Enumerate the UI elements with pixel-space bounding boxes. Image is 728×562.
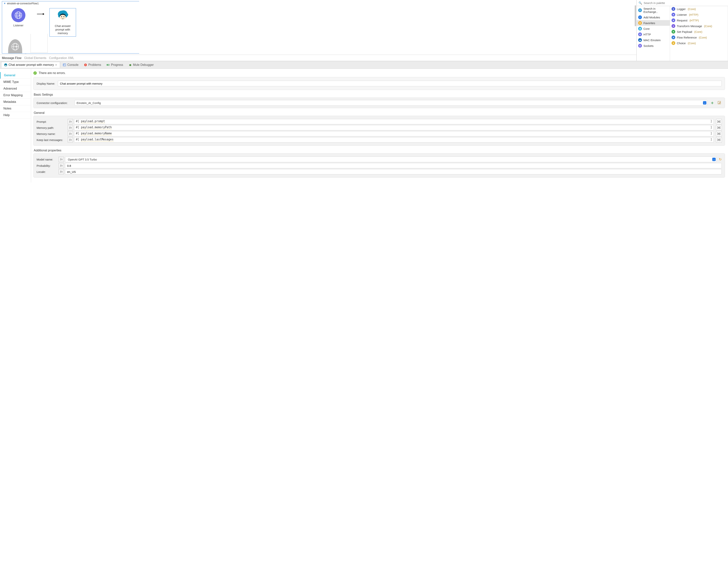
- dataweave-map-button[interactable]: [716, 119, 722, 124]
- props-tab-general[interactable]: General: [0, 72, 31, 79]
- memory-name-input[interactable]: #[ payload.memoryName]: [74, 131, 714, 136]
- svg-point-27: [717, 120, 718, 121]
- dataweave-map-button[interactable]: [716, 137, 722, 142]
- fx-button[interactable]: ƒx: [59, 157, 64, 162]
- component-icon: ●: [672, 18, 675, 22]
- svg-point-49: [720, 139, 720, 140]
- display-name-input[interactable]: [58, 81, 722, 86]
- palette-search-input[interactable]: [644, 1, 726, 5]
- prompt-input[interactable]: #[ payload.prompt]: [74, 119, 714, 124]
- chevron-down-icon: ⌄: [703, 101, 706, 104]
- palette-item-logger[interactable]: ●Logger(Core): [670, 6, 728, 12]
- add-config-button[interactable]: ＋: [710, 101, 715, 105]
- dataweave-map-button[interactable]: [716, 125, 722, 130]
- palette-category-mac-einstein[interactable]: ☁MAC Einstein: [637, 37, 670, 43]
- basic-settings-title: Basic Settings: [34, 93, 725, 96]
- palette-category-http[interactable]: ⊕HTTP: [637, 31, 670, 37]
- svg-point-40: [717, 133, 718, 134]
- dataweave-map-button[interactable]: [716, 131, 722, 136]
- svg-rect-18: [85, 65, 86, 66]
- flow-canvas[interactable]: ▼ einstein-ai-connectorFlow1: [0, 0, 636, 55]
- palette-category-favorites[interactable]: ★Favorites: [637, 20, 670, 26]
- probability-input[interactable]: [65, 163, 722, 168]
- model-name-label: Model name:: [37, 158, 57, 161]
- palette-icon: ♟: [638, 27, 642, 31]
- tab-problems[interactable]: Problems: [81, 62, 104, 68]
- fx-button[interactable]: ƒx: [68, 137, 73, 142]
- palette-category-search-in-exchange-[interactable]: ✕Search in Exchange..: [637, 6, 670, 14]
- component-icon: ●: [672, 30, 675, 34]
- probability-label: Probability:: [37, 164, 57, 167]
- props-tab-help[interactable]: Help: [0, 112, 31, 119]
- svg-point-32: [720, 122, 720, 123]
- svg-point-47: [717, 140, 718, 141]
- general-section-title: General: [34, 111, 725, 115]
- canvas-tab-message-flow[interactable]: Message Flow: [2, 56, 21, 60]
- svg-point-21: [129, 64, 131, 66]
- fx-button[interactable]: ƒx: [68, 125, 73, 130]
- flow-collapse-icon[interactable]: ▼: [4, 2, 6, 5]
- edit-config-button[interactable]: [717, 101, 722, 105]
- svg-point-50: [720, 140, 720, 141]
- memory-path-input[interactable]: #[ payload.memoryPath]: [74, 125, 714, 130]
- fx-button[interactable]: ƒx: [68, 131, 73, 136]
- props-tab-error-mapping[interactable]: Error Mapping: [0, 92, 31, 99]
- canvas-tab-config-xml[interactable]: Configuration XML: [49, 56, 74, 60]
- props-tab-notes[interactable]: Notes: [0, 105, 31, 112]
- connector-config-select[interactable]: Einstein_AI_Config ⌄: [75, 100, 707, 106]
- error-handler-placeholder[interactable]: [31, 34, 48, 53]
- palette-item-choice[interactable]: ●Choice(Core): [670, 40, 728, 46]
- locale-input[interactable]: [65, 169, 722, 174]
- props-tab-metadata[interactable]: Metadata: [0, 99, 31, 105]
- palette-item-flow-reference[interactable]: ●Flow Reference(Core): [670, 35, 728, 40]
- svg-point-46: [717, 139, 718, 140]
- tab-mule-debugger[interactable]: Mule Debugger: [126, 62, 156, 68]
- globe-ghost-icon: [8, 39, 22, 53]
- listener-node[interactable]: Listener: [5, 8, 32, 27]
- palette-icon: ⊛: [638, 44, 642, 48]
- keep-last-messages-input[interactable]: #[ payload.lastMesages]: [74, 137, 714, 142]
- refresh-icon[interactable]: ↻: [719, 157, 722, 161]
- tab-console[interactable]: Console: [60, 62, 81, 68]
- fx-button[interactable]: ƒx: [68, 119, 73, 124]
- warning-icon: [84, 63, 87, 67]
- props-tab-chat[interactable]: Chat answer prompt with memory ✕: [1, 62, 60, 68]
- svg-point-30: [720, 120, 720, 121]
- palette-category-sockets[interactable]: ⊛Sockets: [637, 43, 670, 49]
- additional-title: Additional properties: [34, 149, 725, 152]
- palette-item-set-payload[interactable]: ●Set Payload(Core): [670, 29, 728, 35]
- props-tab-chat-label: Chat answer prompt with memory: [9, 63, 54, 67]
- check-icon: ✓: [33, 71, 37, 75]
- einstein-small-icon: [4, 63, 7, 67]
- chat-node[interactable]: Chat answer prompt with memory: [49, 8, 76, 37]
- return-arrow-icon: ←: [24, 52, 27, 55]
- fx-button[interactable]: ƒx: [59, 169, 64, 174]
- svg-point-7: [64, 16, 64, 17]
- svg-point-44: [720, 134, 720, 135]
- tab-progress[interactable]: Progress: [104, 62, 126, 68]
- props-tab-mime-type[interactable]: MIME Type: [0, 79, 31, 85]
- svg-point-43: [720, 133, 720, 134]
- svg-point-35: [717, 128, 718, 129]
- bug-icon: [129, 63, 132, 67]
- svg-point-29: [717, 122, 718, 123]
- svg-line-25: [131, 65, 131, 66]
- progress-icon: [106, 63, 110, 67]
- canvas-scrollbar[interactable]: [635, 5, 636, 26]
- palette-category-core[interactable]: ♟Core: [637, 26, 670, 31]
- component-icon: ●: [672, 7, 675, 11]
- palette-item-listener[interactable]: ●Listener(HTTP): [670, 12, 728, 17]
- canvas-tab-global-elements[interactable]: Global Elements: [24, 56, 46, 60]
- palette-category-add-modules[interactable]: +Add Modules: [637, 14, 670, 20]
- palette-item-transform-message[interactable]: ●Transform Message(Core): [670, 23, 728, 29]
- svg-point-34: [717, 127, 718, 128]
- palette-icon: ⊕: [638, 32, 642, 36]
- connector-config-label: Connector configuration:: [37, 101, 72, 104]
- palette-item-request[interactable]: ●Request(HTTP): [670, 17, 728, 23]
- memory-name-label: Memory name:: [37, 132, 67, 135]
- close-icon[interactable]: ✕: [55, 63, 57, 66]
- props-tab-advanced[interactable]: Advanced: [0, 85, 31, 92]
- model-name-select[interactable]: OpenAI GPT 3.5 Turbo ⌄: [65, 156, 717, 162]
- fx-button[interactable]: ƒx: [59, 163, 64, 168]
- listener-node-label: Listener: [13, 24, 23, 27]
